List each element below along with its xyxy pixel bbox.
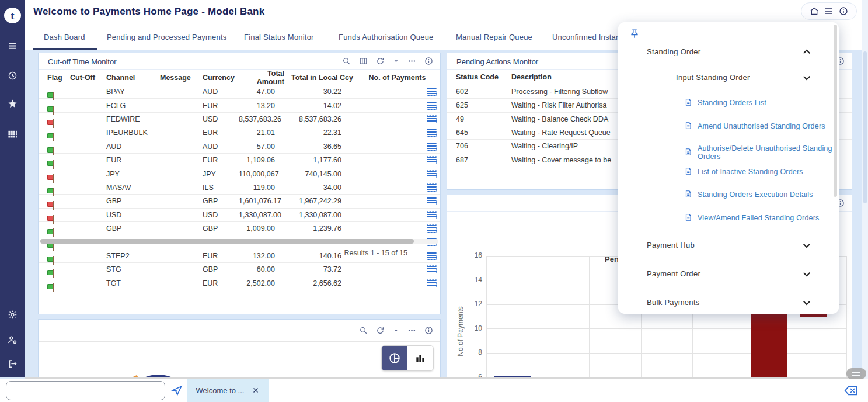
cutoff-table-row[interactable]: GBPGBP1,009.001,239.76 (39, 222, 440, 235)
cutoff-table-row[interactable]: FCLGEUR13.2014.02 (39, 99, 440, 112)
tab-final-status[interactable]: Final Status Monitor (244, 33, 314, 41)
history-icon[interactable] (8, 71, 18, 81)
columns-icon[interactable] (359, 57, 368, 65)
bar-red-tall[interactable] (751, 314, 787, 377)
menu-link[interactable]: List of Inactive Standing Orders (684, 167, 803, 176)
search-icon[interactable] (359, 326, 368, 335)
header-quick-actions (801, 2, 857, 20)
local-ccy-cell: 1,967,242.29 (285, 197, 354, 205)
info-icon[interactable] (424, 326, 433, 335)
payments-list-icon[interactable] (427, 224, 437, 233)
settings-gear-icon[interactable] (8, 310, 18, 320)
y-tick: 14 (466, 276, 482, 284)
chevron-down-icon[interactable] (801, 72, 812, 83)
tab-unconfirmed[interactable]: Unconfirmed Instar (552, 33, 618, 41)
tab-dash-board[interactable]: Dash Board (44, 33, 85, 41)
user-admin-icon[interactable] (8, 335, 18, 345)
bar-red-cap[interactable] (800, 314, 827, 317)
caret-down-icon[interactable] (393, 327, 399, 334)
payments-list-icon[interactable] (427, 279, 437, 287)
chevron-down-icon[interactable] (801, 297, 812, 308)
menu-icon[interactable] (8, 41, 18, 51)
cutoff-table-row[interactable]: STGGBP60.0073.72 (39, 263, 440, 276)
menu-section-standing-order[interactable]: Standing Order (647, 47, 700, 56)
menu-section-input-standing-order[interactable]: Input Standing Order (676, 73, 750, 82)
menu-link[interactable]: Amend Unauthorised Standing Orders (684, 122, 825, 131)
chevron-down-icon[interactable] (801, 269, 812, 279)
payments-list-icon[interactable] (427, 115, 437, 123)
document-icon (684, 213, 692, 223)
currency-cell: AUD (198, 143, 239, 151)
menu-section-payment-hub[interactable]: Payment Hub (647, 241, 695, 249)
payments-list-icon[interactable] (427, 265, 437, 273)
home-icon[interactable] (810, 6, 819, 16)
payments-list-icon[interactable] (427, 183, 437, 192)
tab-manual-repair-queue[interactable]: Manual Repair Queue (456, 33, 532, 41)
channel-cell: MASAV (102, 183, 155, 192)
caret-down-icon[interactable] (393, 58, 399, 64)
payments-list-icon[interactable] (427, 129, 437, 137)
tab-funds-auth-queue[interactable]: Funds Authorisation Queue (339, 33, 434, 41)
cutoff-table-row[interactable]: MASAVILS119.0034.00 (39, 181, 440, 195)
sidebar: t (0, 0, 25, 377)
menu-section-bulk-payments[interactable]: Bulk Payments (647, 298, 700, 307)
logout-icon[interactable] (8, 359, 18, 369)
menu-link[interactable]: View/Amend Failed Standing Orders (684, 213, 820, 223)
table-horizontal-scrollbar[interactable] (40, 239, 438, 244)
page-vertical-scrollbar[interactable] (862, 0, 868, 402)
currency-cell: JPY (198, 170, 239, 178)
menu-link[interactable]: Standing Orders Execution Details (684, 190, 813, 199)
menu-link[interactable]: Standing Orders List (684, 98, 766, 108)
chevron-down-icon[interactable] (801, 240, 812, 251)
info-icon[interactable] (424, 57, 433, 65)
payments-list-icon[interactable] (427, 88, 437, 96)
cutoff-table-row[interactable]: IPEURBULKEUR21.0122.31 (39, 126, 440, 140)
open-page-tab[interactable]: Welcome to ... (187, 379, 269, 402)
more-icon[interactable] (407, 57, 416, 65)
menu-icon[interactable] (824, 6, 834, 16)
scroll-grip[interactable] (846, 368, 866, 379)
cutoff-table-header: FlagCut-Off ChannelMessage CurrencyTotal… (39, 70, 440, 85)
close-icon[interactable] (252, 387, 259, 394)
local-ccy-cell: 2,656.62 (285, 279, 354, 287)
cutoff-table-row[interactable]: AUDAUD57.0036.65 (39, 140, 440, 154)
payments-list-icon[interactable] (427, 211, 437, 219)
tab-pending-processed[interactable]: Pending and Processed Payments (107, 33, 226, 41)
favorites-star-icon[interactable] (8, 99, 18, 109)
refresh-icon[interactable] (376, 57, 385, 65)
cutoff-table-row[interactable]: GBPGBP1,601,076.171,967,242.29 (39, 195, 440, 208)
menu-scrollbar[interactable] (834, 25, 837, 197)
payments-list-icon[interactable] (427, 102, 437, 110)
currency-cell: EUR (198, 156, 239, 164)
info-icon[interactable] (839, 6, 848, 16)
cutoff-table-row[interactable]: USDUSD1,330,087.001,330,087.00 (39, 209, 440, 222)
menu-link[interactable]: Authorise/Delete Unauthorised Standing O… (684, 144, 839, 161)
command-input[interactable] (6, 381, 165, 400)
apps-grid-icon[interactable] (8, 129, 18, 139)
chevron-up-icon[interactable] (801, 47, 812, 57)
payments-list-icon[interactable] (427, 197, 437, 205)
send-icon[interactable] (171, 384, 183, 396)
search-icon[interactable] (342, 57, 351, 65)
payments-pie-panel (38, 319, 441, 377)
payments-list-icon[interactable] (427, 170, 437, 178)
cutoff-table-row[interactable]: JPYJPY110,000,067740,145.00 (39, 167, 440, 181)
cutoff-table-row[interactable]: EUREUR1,109.061,177.60 (39, 154, 440, 167)
refresh-icon[interactable] (376, 326, 385, 335)
cutoff-table-row[interactable]: BPAYAUD47.0030.22 (39, 85, 440, 99)
pie-chart-toggle-button[interactable] (382, 346, 407, 370)
active-tab-underline (33, 48, 97, 50)
pin-icon[interactable] (629, 29, 640, 40)
payments-list-icon[interactable] (427, 156, 437, 164)
cutoff-table-row[interactable]: FEDWIREUSD8,537,683.268,537,683.26 (39, 113, 440, 126)
channel-cell: EUR (102, 156, 155, 164)
bar-chart-toggle-button[interactable] (407, 346, 433, 370)
backspace-icon[interactable] (844, 386, 858, 396)
cutoff-table-row[interactable]: TGTEUR2,502.002,656.62 (39, 276, 440, 290)
bank-logo[interactable]: t (4, 8, 21, 23)
channel-cell: GBP (102, 224, 155, 233)
payments-list-icon[interactable] (427, 143, 437, 151)
menu-section-payment-order[interactable]: Payment Order (647, 269, 700, 278)
more-icon[interactable] (407, 326, 416, 335)
payments-list-icon[interactable] (427, 252, 437, 260)
